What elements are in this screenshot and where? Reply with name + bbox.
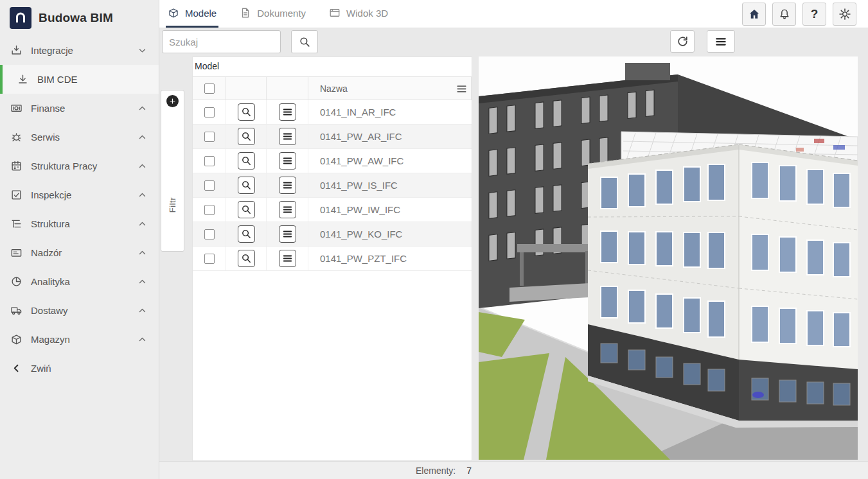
row-checkbox[interactable] <box>204 107 215 118</box>
sidebar-item-struktura-pracy[interactable]: Struktura Pracy <box>0 152 159 180</box>
sidebar-item-label: Serwis <box>31 132 60 143</box>
row-name: 0141_PW_PZT_IFC <box>308 247 472 270</box>
add-filter-button[interactable] <box>166 95 179 107</box>
structure-icon <box>10 218 22 230</box>
name-column-header: Nazwa <box>308 77 472 100</box>
download-icon <box>17 73 29 85</box>
row-preview-button[interactable] <box>238 250 255 267</box>
chevron-up-icon <box>136 304 148 317</box>
row-menu-button[interactable] <box>279 201 296 218</box>
finance-icon <box>10 102 22 114</box>
help-button[interactable]: ? <box>802 3 826 26</box>
sidebar-item-magazyn[interactable]: Magazyn <box>0 325 159 354</box>
row-preview-button[interactable] <box>238 201 255 218</box>
tab-label: Widok 3D <box>346 8 388 19</box>
table-row[interactable]: 0141_IN_AR_IFC <box>193 100 472 125</box>
row-menu-button[interactable] <box>279 128 296 145</box>
sidebar-item-label: Finanse <box>31 103 65 114</box>
building-render <box>479 57 858 460</box>
service-icon <box>10 131 22 143</box>
tab-widok-3d[interactable]: Widok 3D <box>327 0 390 28</box>
sidebar-item-serwis[interactable]: Serwis <box>0 123 159 152</box>
sidebar-item-label: Dostawy <box>31 305 68 316</box>
select-all-checkbox[interactable] <box>204 83 215 94</box>
question-mark-icon: ? <box>811 7 819 21</box>
sidebar-item-inspekcje[interactable]: Inspekcje <box>0 180 159 209</box>
row-menu-button[interactable] <box>279 103 296 121</box>
search-button[interactable] <box>291 30 318 53</box>
hamburger-icon <box>282 180 293 191</box>
sidebar-item-label: Integracje <box>31 45 73 56</box>
row-checkbox[interactable] <box>204 205 215 215</box>
table-body: 0141_IN_AR_IFC 0141_PW_AR_IFC 0141_PW_AW… <box>193 100 472 271</box>
sidebar-item-dostawy[interactable]: Dostawy <box>0 296 159 325</box>
row-menu-button[interactable] <box>279 225 296 243</box>
magnifier-icon <box>241 180 252 191</box>
chevron-left-icon <box>10 362 22 374</box>
sidebar-item-label: Analityka <box>31 276 70 287</box>
row-checkbox[interactable] <box>204 156 215 166</box>
app-logo <box>10 7 31 29</box>
column-settings-icon[interactable] <box>456 83 468 95</box>
sidebar-item-integracje[interactable]: Integracje <box>0 36 159 65</box>
integrations-icon <box>10 44 22 57</box>
sidebar-item-finanse[interactable]: Finanse <box>0 94 159 123</box>
table-row[interactable]: 0141_PW_IS_IFC <box>193 173 472 198</box>
filter-tab-label: Filtr <box>168 197 177 213</box>
row-checkbox[interactable] <box>204 229 215 240</box>
viewport-menu-button[interactable] <box>707 30 735 53</box>
sidebar-collapse-button[interactable]: Zwiń <box>0 354 159 383</box>
table-row[interactable]: 0141_PW_KO_IFC <box>193 222 472 247</box>
tab-dokumenty[interactable]: Dokumenty <box>238 0 308 28</box>
hamburger-icon <box>282 204 293 215</box>
bell-icon <box>778 8 791 21</box>
sidebar-item-label: Nadzór <box>31 247 62 258</box>
table-row[interactable]: 0141_PW_AR_IFC <box>193 125 472 149</box>
hamburger-icon <box>282 131 293 142</box>
hamburger-icon <box>282 107 293 118</box>
filter-panel-tab[interactable]: Filtr <box>161 90 184 252</box>
sidebar: Budowa BIM Integracje BIM CDE Finanse Se… <box>0 0 159 479</box>
notifications-button[interactable] <box>772 3 796 26</box>
3d-viewport[interactable] <box>479 57 858 460</box>
row-preview-button[interactable] <box>238 177 255 194</box>
row-menu-button[interactable] <box>279 177 296 194</box>
row-name: 0141_PW_KO_IFC <box>308 222 472 246</box>
magnifier-icon <box>241 131 252 142</box>
search-input[interactable] <box>162 30 281 53</box>
chevron-up-icon <box>136 275 148 288</box>
magnifier-icon <box>241 204 252 215</box>
row-preview-button[interactable] <box>238 152 255 170</box>
refresh-button[interactable] <box>670 30 695 53</box>
sidebar-collapse-label: Zwiń <box>31 363 51 374</box>
table-row[interactable]: 0141_PW_IW_IFC <box>193 198 472 222</box>
home-icon <box>748 8 761 21</box>
row-name: 0141_PW_IW_IFC <box>308 198 472 222</box>
row-preview-button[interactable] <box>238 128 255 145</box>
sidebar-item-struktura[interactable]: Struktura <box>0 209 159 238</box>
model-list-panel: Model Nazwa 0141_IN_AR_IFC 0141_PW_AR_IF… <box>192 57 472 461</box>
sidebar-item-analityka[interactable]: Analityka <box>0 267 159 296</box>
row-menu-button[interactable] <box>279 250 296 267</box>
app-title: Budowa BIM <box>39 11 113 25</box>
chevron-up-icon <box>136 160 148 172</box>
row-checkbox[interactable] <box>204 180 215 191</box>
chevron-up-icon <box>136 102 148 114</box>
row-preview-button[interactable] <box>238 225 255 243</box>
tab-modele[interactable]: Modele <box>166 0 218 28</box>
chevron-up-icon <box>136 131 148 143</box>
row-preview-button[interactable] <box>238 103 255 121</box>
top-tab-bar: Modele Dokumenty Widok 3D ? <box>159 0 868 28</box>
sidebar-item-nadzor[interactable]: Nadzór <box>0 238 159 267</box>
settings-button[interactable] <box>833 3 856 26</box>
sidebar-item-bim-cde[interactable]: BIM CDE <box>0 65 159 94</box>
top-right-actions: ? <box>742 0 868 28</box>
row-checkbox[interactable] <box>204 132 215 142</box>
hamburger-icon <box>714 35 727 48</box>
supervision-icon <box>10 247 22 259</box>
table-row[interactable]: 0141_PW_AW_IFC <box>193 149 472 173</box>
row-checkbox[interactable] <box>204 254 215 264</box>
row-menu-button[interactable] <box>279 152 296 170</box>
home-button[interactable] <box>742 3 766 26</box>
table-row[interactable]: 0141_PW_PZT_IFC <box>193 247 472 271</box>
